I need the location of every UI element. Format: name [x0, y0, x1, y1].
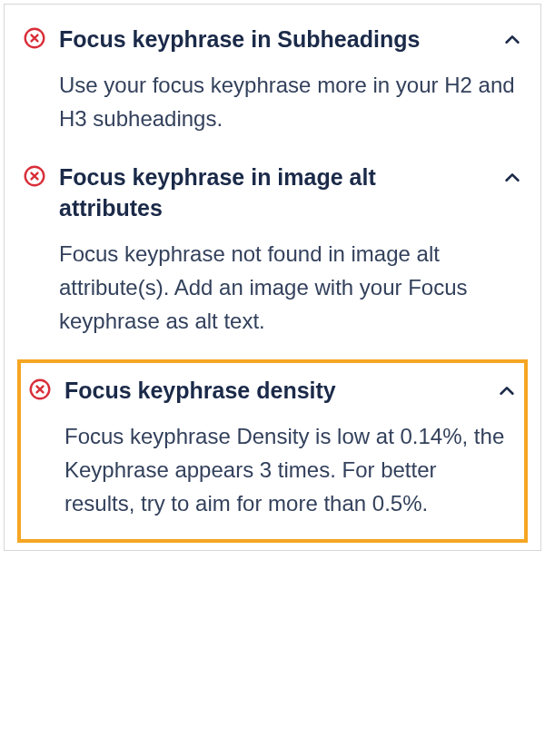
check-description: Focus keyphrase not found in image alt a…	[23, 224, 522, 344]
check-header[interactable]: Focus keyphrase density	[28, 376, 517, 407]
chevron-up-icon	[502, 168, 522, 188]
check-header[interactable]: Focus keyphrase in image alt attributes	[23, 162, 522, 224]
check-header[interactable]: Focus keyphrase in Subheadings	[23, 25, 522, 55]
check-image-alt: Focus keyphrase in image alt attributes …	[17, 153, 528, 356]
check-subheadings: Focus keyphrase in Subheadings Use your …	[17, 15, 528, 153]
seo-checks-panel: Focus keyphrase in Subheadings Use your …	[4, 4, 541, 551]
check-title: Focus keyphrase density	[64, 376, 484, 407]
chevron-up-icon	[502, 30, 522, 50]
error-icon	[23, 26, 46, 50]
chevron-up-icon	[497, 381, 517, 401]
error-icon	[28, 378, 52, 401]
check-title: Focus keyphrase in image alt attributes	[59, 162, 490, 224]
check-description: Use your focus keyphrase more in your H2…	[23, 55, 522, 141]
error-icon	[23, 164, 46, 188]
check-title: Focus keyphrase in Subheadings	[59, 25, 490, 55]
check-description: Focus keyphrase Density is low at 0.14%,…	[28, 407, 517, 526]
check-density: Focus keyphrase density Focus keyphrase …	[17, 359, 528, 542]
